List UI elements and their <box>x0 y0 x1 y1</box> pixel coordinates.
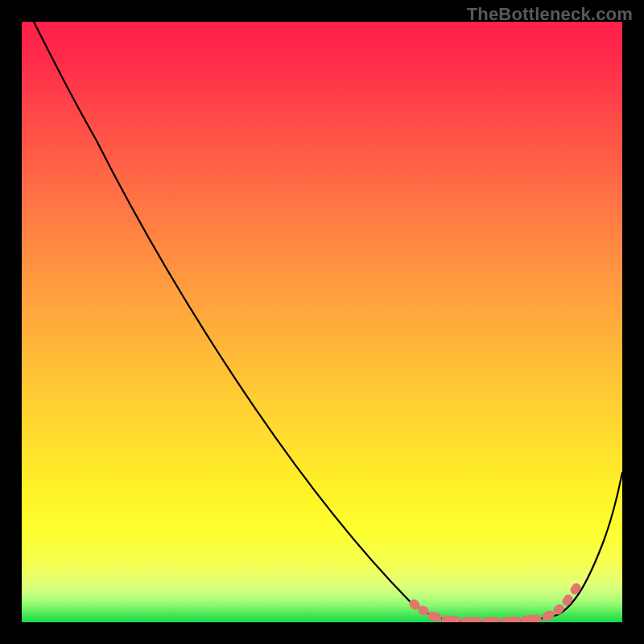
svg-line-11 <box>575 588 576 590</box>
svg-line-2 <box>432 616 437 617</box>
svg-line-9 <box>558 609 559 610</box>
attribution-label: TheBottleneck.com <box>467 4 633 25</box>
svg-line-7 <box>526 619 537 620</box>
gradient-background <box>22 22 622 622</box>
svg-line-1 <box>423 610 424 611</box>
svg-line-8 <box>547 615 550 617</box>
bottleneck-curve-chart <box>22 22 622 622</box>
svg-line-10 <box>567 599 568 601</box>
chart-frame: TheBottleneck.com <box>0 0 644 644</box>
svg-line-6 <box>506 621 517 621</box>
svg-line-0 <box>414 604 415 605</box>
svg-line-3 <box>446 620 456 621</box>
